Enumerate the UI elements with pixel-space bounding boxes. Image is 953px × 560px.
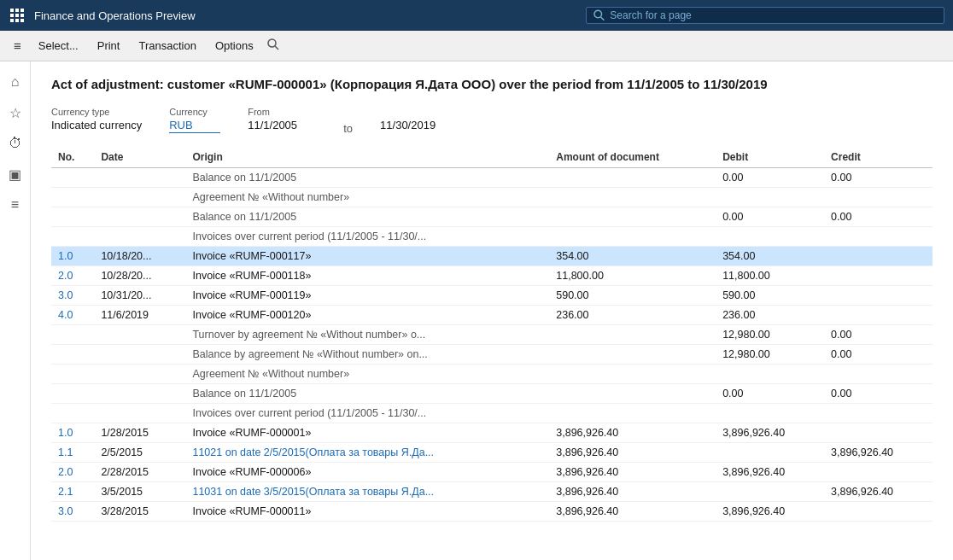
- svg-point-11: [268, 39, 276, 47]
- table-cell: [94, 325, 185, 345]
- table-cell[interactable]: 4.0: [51, 306, 94, 325]
- svg-rect-7: [15, 19, 19, 22]
- table-row[interactable]: Balance by agreement № «Without number» …: [51, 345, 933, 365]
- table-cell: [94, 188, 185, 207]
- sidebar-recent-icon[interactable]: ⏱: [2, 130, 29, 157]
- table-row[interactable]: 1.01/28/2015Invoice «RUMF-000001»3,896,9…: [51, 423, 933, 443]
- table-row[interactable]: Agreement № «Without number»: [51, 365, 933, 384]
- sidebar: ⌂ ☆ ⏱ ▣ ≡: [0, 61, 31, 560]
- table-cell: 590.00: [549, 286, 716, 306]
- print-button[interactable]: Print: [89, 36, 129, 55]
- table-cell: 1/28/2015: [94, 423, 185, 443]
- table-row[interactable]: 4.011/6/2019Invoice «RUMF-000120»236.002…: [51, 306, 933, 325]
- table-cell: [824, 247, 933, 266]
- sidebar-workspaces-icon[interactable]: ▣: [2, 160, 29, 188]
- table-cell[interactable]: 1.0: [51, 423, 94, 443]
- transaction-button[interactable]: Transaction: [130, 36, 204, 55]
- table-row[interactable]: Turnover by agreement № «Without number»…: [51, 325, 933, 345]
- table-cell: [716, 404, 824, 423]
- table-cell: [94, 207, 185, 227]
- table-cell[interactable]: 3.0: [51, 286, 94, 306]
- table-cell: 11,800.00: [549, 266, 716, 286]
- table-row[interactable]: 1.010/18/20...Invoice «RUMF-000117»354.0…: [51, 247, 933, 266]
- hamburger-icon[interactable]: ≡: [7, 35, 28, 56]
- table-cell: 3,896,926.40: [549, 482, 716, 502]
- svg-rect-6: [10, 19, 14, 22]
- table-cell: [824, 306, 933, 325]
- table-cell: [51, 188, 94, 207]
- table-cell: 0.00: [824, 345, 933, 365]
- sidebar-home-icon[interactable]: ⌂: [2, 68, 29, 96]
- table-cell: [824, 502, 933, 522]
- svg-rect-0: [10, 9, 14, 12]
- table-cell: [824, 404, 933, 423]
- table-cell: Invoices over current period (11/1/2005 …: [185, 404, 549, 423]
- table-cell: Invoice «RUMF-000118»: [185, 266, 549, 286]
- page-title: Act of adjustment: customer «RUMF-000001…: [51, 75, 933, 93]
- table-cell: 11,800.00: [716, 266, 824, 286]
- table-cell[interactable]: 1.0: [51, 247, 94, 266]
- table-cell: [824, 188, 933, 207]
- search-box[interactable]: [586, 7, 944, 24]
- table-row[interactable]: 3.03/28/2015Invoice «RUMF-000011»3,896,9…: [51, 502, 933, 522]
- sidebar-modules-icon[interactable]: ≡: [2, 191, 29, 219]
- table-cell: 3,896,926.40: [549, 443, 716, 463]
- currency-type-value[interactable]: Indicated currency: [51, 119, 142, 131]
- table-row[interactable]: 2.02/28/2015Invoice «RUMF-000006»3,896,9…: [51, 463, 933, 482]
- col-amount: Amount of document: [549, 147, 716, 168]
- currency-type-label: Currency type: [51, 107, 142, 117]
- table-cell: [824, 463, 933, 482]
- table-row[interactable]: 2.13/5/201511031 on date 3/5/2015(Оплата…: [51, 482, 933, 502]
- table-cell: 3,896,926.40: [549, 502, 716, 522]
- svg-rect-2: [20, 9, 24, 12]
- table-row[interactable]: 2.010/28/20...Invoice «RUMF-000118»11,80…: [51, 266, 933, 286]
- table-cell[interactable]: 3.0: [51, 502, 94, 522]
- table-cell: [51, 325, 94, 345]
- table-row[interactable]: 1.12/5/201511021 on date 2/5/2015(Оплата…: [51, 443, 933, 463]
- sidebar-favorites-icon[interactable]: ☆: [2, 99, 29, 126]
- table-cell: Invoice «RUMF-000117»: [185, 247, 549, 266]
- table-cell[interactable]: 11031 on date 3/5/2015(Оплата за товары …: [185, 482, 549, 502]
- search-icon: [593, 9, 605, 21]
- table-row[interactable]: Invoices over current period (11/1/2005 …: [51, 227, 933, 247]
- table-row[interactable]: Balance on 11/1/20050.000.00: [51, 168, 933, 188]
- currency-value[interactable]: RUB: [169, 119, 220, 133]
- table-cell: [716, 365, 824, 384]
- from-filter: From 11/1/2005: [248, 107, 316, 131]
- select-button[interactable]: Select...: [30, 36, 87, 55]
- table-cell: 10/31/20...: [94, 286, 185, 306]
- table-row[interactable]: Balance on 11/1/20050.000.00: [51, 207, 933, 227]
- table-row[interactable]: 3.010/31/20...Invoice «RUMF-000119»590.0…: [51, 286, 933, 306]
- table-row[interactable]: Invoices over current period (11/1/2005 …: [51, 404, 933, 423]
- table-cell[interactable]: 2.1: [51, 482, 94, 502]
- to-value[interactable]: 11/30/2019: [380, 119, 448, 131]
- table-cell[interactable]: 11021 on date 2/5/2015(Оплата за товары …: [185, 443, 549, 463]
- search-input[interactable]: [610, 9, 937, 21]
- from-value[interactable]: 11/1/2005: [248, 119, 316, 131]
- toolbar-search-icon[interactable]: [267, 38, 279, 53]
- table-cell[interactable]: 2.0: [51, 463, 94, 482]
- grid-icon[interactable]: [9, 7, 26, 24]
- from-label: From: [248, 107, 316, 117]
- table-cell[interactable]: 2.0: [51, 266, 94, 286]
- table-cell: [94, 404, 185, 423]
- table-cell: 11/6/2019: [94, 306, 185, 325]
- svg-line-12: [275, 46, 278, 50]
- table-row[interactable]: Agreement № «Without number»: [51, 188, 933, 207]
- table-cell: Balance by agreement № «Without number» …: [185, 345, 549, 365]
- options-button[interactable]: Options: [207, 36, 262, 55]
- table-row[interactable]: Balance on 11/1/20050.000.00: [51, 384, 933, 404]
- table-cell: 590.00: [716, 286, 824, 306]
- svg-line-10: [601, 17, 605, 20]
- table-cell: [51, 404, 94, 423]
- table-cell: 3,896,926.40: [824, 443, 933, 463]
- svg-rect-4: [15, 14, 19, 17]
- table-cell: [51, 227, 94, 247]
- table-header: No. Date Origin Amount of document Debit…: [51, 147, 933, 168]
- table-cell: [94, 345, 185, 365]
- table-cell: Agreement № «Without number»: [185, 188, 549, 207]
- table-cell: [824, 286, 933, 306]
- table-cell[interactable]: 1.1: [51, 443, 94, 463]
- table-cell: 3/5/2015: [94, 482, 185, 502]
- app-title: Finance and Operations Preview: [34, 9, 196, 22]
